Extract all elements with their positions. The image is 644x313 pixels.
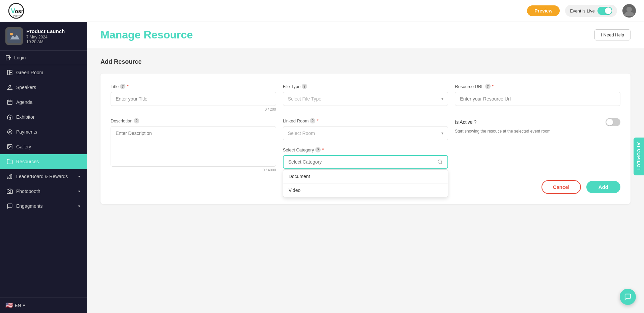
login-button[interactable]: Login — [0, 51, 87, 65]
photobooth-icon — [7, 188, 13, 194]
page-title: Manage Resource — [100, 29, 193, 41]
sidebar-item-resources[interactable]: Resources — [0, 154, 87, 169]
is-active-description: Start showing the resouce at the selecte… — [455, 129, 620, 134]
page-header: Manage Resource I Need Help — [87, 22, 644, 48]
sidebar: Product Launch 7 May 2024 10:20 AM Login… — [0, 22, 87, 313]
svg-rect-20 — [11, 174, 12, 179]
is-active-label: Is Active ? — [455, 119, 476, 125]
linked-room-select-wrapper: Select Room ▾ — [283, 126, 448, 140]
svg-rect-12 — [7, 89, 12, 90]
login-icon — [5, 55, 11, 61]
description-label: Descriotion ? — [111, 118, 276, 123]
resources-icon — [7, 159, 13, 165]
cancel-button[interactable]: Cancel — [541, 180, 581, 194]
event-thumbnail — [5, 27, 23, 45]
sidebar-item-engagments[interactable]: Engagments ▾ — [0, 199, 87, 214]
language-selector[interactable]: 🇺🇸 EN ▾ — [0, 297, 87, 313]
header-actions: Preview Event is Live — [527, 4, 636, 18]
svg-rect-13 — [7, 100, 12, 105]
svg-point-6 — [10, 33, 13, 35]
live-toggle[interactable]: Event is Live — [565, 5, 617, 17]
preview-button[interactable]: Preview — [527, 5, 560, 16]
sidebar-item-label: Engagments — [16, 203, 43, 209]
sidebar-item-photobooth[interactable]: Photobooth ▾ — [0, 184, 87, 199]
ai-copilot-tab[interactable]: AI COPILOT — [634, 138, 644, 175]
resource-url-field: Resource URL ? * — [455, 84, 620, 111]
resource-url-label: Resource URL ? * — [455, 84, 620, 89]
sidebar-item-label: LeaderBoard & Rewards — [16, 174, 68, 179]
engagments-icon — [7, 203, 13, 209]
gallery-icon — [7, 144, 13, 150]
title-help-icon[interactable]: ? — [120, 84, 125, 89]
main-layout: Product Launch 7 May 2024 10:20 AM Login… — [0, 22, 644, 313]
category-dropdown: Document Video — [283, 169, 448, 197]
main-content: Manage Resource I Need Help Add Resource… — [87, 22, 644, 313]
title-field: Title ? * 0 / 200 — [111, 84, 276, 111]
sidebar-item-label: Agenda — [16, 99, 32, 105]
top-header: V osmos events Preview Event is Live — [0, 0, 644, 22]
linked-room-select[interactable]: Select Room — [283, 126, 448, 140]
sidebar-item-label: Resources — [16, 159, 39, 164]
description-help-icon[interactable]: ? — [134, 118, 139, 123]
description-field: Descriotion ? 0 / 4000 — [111, 118, 276, 172]
svg-rect-8 — [7, 70, 9, 75]
description-char-count: 0 / 4000 — [111, 168, 276, 172]
sidebar-item-speakers[interactable]: Speakers — [0, 80, 87, 95]
title-char-count: 0 / 200 — [111, 107, 276, 111]
event-name: Product Launch — [26, 28, 65, 34]
sidebar-item-green-room[interactable]: Green Room — [0, 65, 87, 80]
category-input-wrapper[interactable] — [283, 155, 448, 169]
green-room-icon — [7, 69, 13, 76]
category-field: Select Category ? * Document Video — [283, 147, 448, 169]
chevron-down-icon: ▾ — [78, 204, 80, 208]
resource-url-input[interactable] — [455, 92, 620, 106]
sidebar-item-exhibitor[interactable]: Exhibitor — [0, 110, 87, 124]
leaderboard-icon — [7, 173, 13, 179]
avatar[interactable] — [622, 4, 636, 18]
svg-point-22 — [438, 160, 442, 164]
file-type-field: File Type ? Select File Type ▾ — [283, 84, 448, 111]
section-title: Add Resource — [100, 58, 631, 65]
form-card: Title ? * 0 / 200 File Type ? — [100, 74, 631, 204]
agenda-icon — [7, 99, 13, 105]
add-button[interactable]: Add — [586, 181, 620, 193]
is-active-toggle[interactable] — [606, 118, 620, 126]
form-container: Add Resource Title ? * 0 / 200 — [87, 48, 644, 214]
sidebar-item-label: Photobooth — [16, 189, 40, 194]
description-textarea[interactable] — [111, 126, 276, 167]
sidebar-item-agenda[interactable]: Agenda — [0, 95, 87, 110]
sidebar-item-label: Gallery — [16, 144, 31, 149]
live-toggle-switch[interactable] — [597, 7, 612, 15]
svg-text:osmos: osmos — [15, 8, 24, 14]
category-help-icon[interactable]: ? — [315, 147, 321, 152]
resource-url-help-icon[interactable]: ? — [485, 84, 491, 89]
chat-bubble[interactable] — [620, 289, 636, 305]
live-label: Event is Live — [570, 8, 595, 13]
category-option-video[interactable]: Video — [283, 183, 448, 197]
sidebar-item-gallery[interactable]: Gallery — [0, 139, 87, 154]
sidebar-item-payments[interactable]: Payments — [0, 124, 87, 139]
help-button[interactable]: I Need Help — [594, 29, 631, 40]
file-type-select[interactable]: Select File Type — [283, 92, 448, 106]
payments-icon — [7, 129, 13, 135]
chevron-down-icon: ▾ — [78, 189, 80, 194]
category-option-document[interactable]: Document — [283, 170, 448, 183]
linked-room-help-icon[interactable]: ? — [310, 118, 315, 123]
file-type-help-icon[interactable]: ? — [302, 84, 307, 89]
lang-chevron-icon: ▾ — [23, 303, 25, 308]
sidebar-item-label: Exhibitor — [16, 114, 34, 120]
title-input[interactable] — [111, 92, 276, 106]
event-date: 7 May 2024 — [26, 35, 65, 39]
title-required: * — [127, 84, 128, 89]
sidebar-item-leaderboard[interactable]: LeaderBoard & Rewards ▾ — [0, 169, 87, 184]
logo-icon: V osmos events — [8, 3, 24, 19]
logo: V osmos events — [8, 3, 24, 19]
event-info: Product Launch 7 May 2024 10:20 AM — [26, 28, 65, 44]
file-type-select-wrapper: Select File Type ▾ — [283, 92, 448, 106]
linked-room-required: * — [317, 118, 318, 123]
category-search-input[interactable] — [288, 159, 438, 165]
category-required: * — [322, 147, 324, 152]
speakers-icon — [7, 84, 13, 90]
middle-column: Linked Room ? * Select Room ▾ — [283, 118, 448, 172]
svg-point-11 — [9, 85, 11, 87]
